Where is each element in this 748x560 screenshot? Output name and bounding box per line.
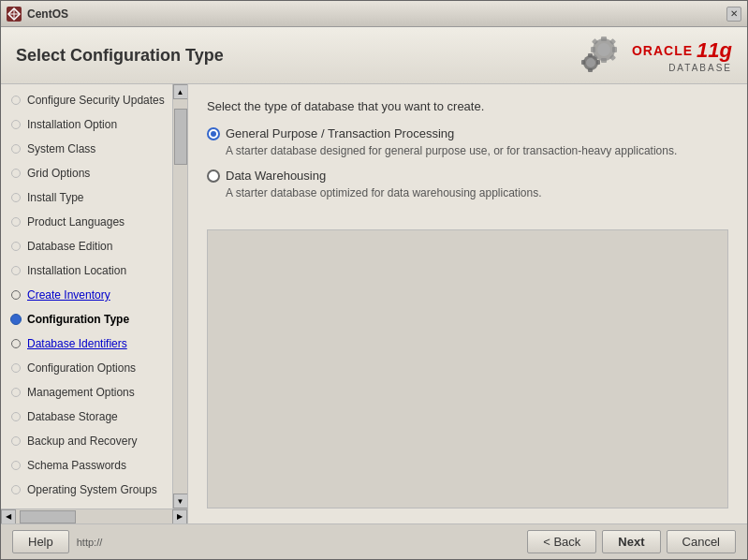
scrollbar-track bbox=[173, 99, 187, 494]
sidebar-item-label: Schema Passwords bbox=[27, 459, 126, 472]
gear-decoration-icon bbox=[576, 35, 624, 76]
svg-point-4 bbox=[597, 43, 610, 56]
step-indicator-icon bbox=[11, 96, 21, 105]
sidebar: Configure Security UpdatesInstallation O… bbox=[1, 84, 188, 523]
svg-point-14 bbox=[586, 58, 595, 67]
scrollbar-thumb[interactable] bbox=[174, 109, 187, 165]
sidebar-item-label: Configuration Type bbox=[27, 313, 129, 326]
hscroll-left-button[interactable]: ◀ bbox=[1, 509, 16, 524]
main-window: CentOS ✕ Select Configuration Type bbox=[0, 0, 748, 560]
radio-option-general-purpose: General Purpose / Transaction Processing… bbox=[207, 126, 728, 157]
svg-rect-18 bbox=[596, 60, 600, 65]
sidebar-item-configure-security[interactable]: Configure Security Updates bbox=[1, 88, 172, 112]
title-bar: CentOS ✕ bbox=[1, 1, 747, 27]
sidebar-item-label: Database Edition bbox=[27, 240, 112, 253]
window-title: CentOS bbox=[27, 7, 726, 21]
step-indicator-icon bbox=[11, 266, 21, 275]
sidebar-item-label: Create Inventory bbox=[27, 288, 110, 302]
sidebar-item-configuration-options[interactable]: Configuration Options bbox=[1, 356, 172, 380]
footer-url: http:// bbox=[77, 537, 103, 548]
sidebar-scrollbar: ▲ ▼ bbox=[172, 84, 187, 508]
sidebar-item-install-type[interactable]: Install Type bbox=[1, 185, 172, 210]
preview-box bbox=[207, 229, 728, 508]
step-indicator-icon bbox=[11, 144, 21, 154]
step-indicator-icon bbox=[11, 339, 21, 348]
sidebar-item-create-inventory[interactable]: Create Inventory bbox=[1, 283, 172, 307]
hscroll-thumb[interactable] bbox=[20, 510, 76, 523]
sidebar-item-product-languages[interactable]: Product Languages bbox=[1, 210, 172, 234]
sidebar-item-label: Database Storage bbox=[27, 410, 118, 423]
sidebar-item-installation-location[interactable]: Installation Location bbox=[1, 258, 172, 283]
scrollbar-down-button[interactable]: ▼ bbox=[173, 494, 188, 508]
step-indicator-icon bbox=[11, 485, 21, 494]
sidebar-item-label: Database Identifiers bbox=[27, 337, 127, 350]
svg-rect-7 bbox=[591, 47, 595, 52]
hscroll-track bbox=[16, 509, 172, 523]
sidebar-hscroll: ◀ ▶ bbox=[1, 508, 187, 523]
sidebar-item-grid-options[interactable]: Grid Options bbox=[1, 161, 172, 185]
step-indicator-icon bbox=[11, 388, 21, 397]
sidebar-item-database-storage[interactable]: Database Storage bbox=[1, 405, 172, 429]
sidebar-item-management-options[interactable]: Management Options bbox=[1, 380, 172, 405]
step-indicator-icon bbox=[11, 193, 21, 202]
step-indicator-icon bbox=[11, 363, 21, 373]
footer: Help http:// < Back Next Cancel bbox=[1, 523, 747, 559]
help-button[interactable]: Help bbox=[12, 530, 69, 553]
sidebar-list: Configure Security UpdatesInstallation O… bbox=[1, 84, 172, 508]
step-indicator-icon bbox=[11, 169, 21, 178]
sidebar-item-backup-and-recovery[interactable]: Backup and Recovery bbox=[1, 429, 172, 453]
page-title: Select Configuration Type bbox=[16, 46, 224, 66]
sidebar-item-configuration-type[interactable]: Configuration Type bbox=[1, 307, 172, 332]
sidebar-item-label: Installation Option bbox=[27, 118, 117, 131]
centos-icon bbox=[7, 7, 22, 22]
oracle-sub: DATABASE bbox=[668, 63, 732, 73]
svg-rect-15 bbox=[588, 53, 593, 57]
svg-rect-16 bbox=[588, 68, 593, 72]
svg-rect-5 bbox=[601, 37, 607, 41]
sidebar-item-label: Operating System Groups bbox=[27, 483, 157, 496]
radio-general-purpose[interactable] bbox=[207, 127, 220, 140]
next-button[interactable]: Next bbox=[602, 530, 660, 553]
oracle-brand: ORACLE bbox=[632, 43, 693, 58]
close-button[interactable]: ✕ bbox=[726, 7, 741, 22]
panel-description: Select the type of database that you wan… bbox=[207, 99, 728, 113]
main-content: Configure Security UpdatesInstallation O… bbox=[1, 84, 747, 523]
oracle-logo: ORACLE 11g DATABASE bbox=[632, 38, 732, 73]
sidebar-item-database-edition[interactable]: Database Edition bbox=[1, 234, 172, 258]
svg-rect-8 bbox=[612, 47, 617, 52]
scrollbar-up-button[interactable]: ▲ bbox=[173, 84, 188, 99]
radio-label-data-warehousing: Data Warehousing bbox=[226, 169, 326, 183]
sidebar-item-prerequisite-checks[interactable]: Prerequisite Checks bbox=[1, 502, 172, 508]
sidebar-item-operating-system-groups[interactable]: Operating System Groups bbox=[1, 478, 172, 502]
hscroll-right-button[interactable]: ▶ bbox=[172, 509, 187, 524]
sidebar-item-label: System Class bbox=[27, 142, 95, 155]
radio-option-data-warehousing: Data WarehousingA starter database optim… bbox=[207, 169, 728, 199]
sidebar-item-label: Management Options bbox=[27, 386, 135, 399]
cancel-button[interactable]: Cancel bbox=[667, 530, 736, 553]
sidebar-item-system-class[interactable]: System Class bbox=[1, 137, 172, 161]
radio-label-general-purpose: General Purpose / Transaction Processing bbox=[226, 126, 454, 140]
step-indicator-icon bbox=[11, 217, 21, 227]
sidebar-item-label: Product Languages bbox=[27, 215, 125, 228]
sidebar-item-installation-option[interactable]: Installation Option bbox=[1, 112, 172, 137]
radio-options-container: General Purpose / Transaction Processing… bbox=[207, 126, 728, 211]
sidebar-item-label: Installation Location bbox=[27, 264, 126, 277]
sidebar-item-label: Prerequisite Checks bbox=[27, 508, 127, 508]
radio-desc-data-warehousing: A starter database optimized for data wa… bbox=[207, 186, 728, 199]
right-panel: Select the type of database that you wan… bbox=[188, 84, 747, 523]
step-indicator-icon bbox=[11, 461, 21, 470]
radio-desc-general-purpose: A starter database designed for general … bbox=[207, 144, 728, 157]
back-button[interactable]: < Back bbox=[527, 530, 596, 553]
radio-data-warehousing[interactable] bbox=[207, 169, 220, 183]
sidebar-item-label: Grid Options bbox=[27, 167, 90, 180]
oracle-version: 11g bbox=[697, 38, 732, 63]
sidebar-item-schema-passwords[interactable]: Schema Passwords bbox=[1, 453, 172, 478]
step-indicator-icon bbox=[11, 436, 21, 446]
sidebar-item-database-identifiers[interactable]: Database Identifiers bbox=[1, 332, 172, 356]
sidebar-item-label: Install Type bbox=[27, 191, 83, 204]
step-indicator-icon bbox=[11, 412, 21, 421]
step-indicator-icon bbox=[11, 120, 21, 129]
sidebar-item-label: Configure Security Updates bbox=[27, 94, 165, 107]
page-header: Select Configuration Type bbox=[1, 27, 747, 84]
active-indicator-icon bbox=[10, 314, 22, 325]
